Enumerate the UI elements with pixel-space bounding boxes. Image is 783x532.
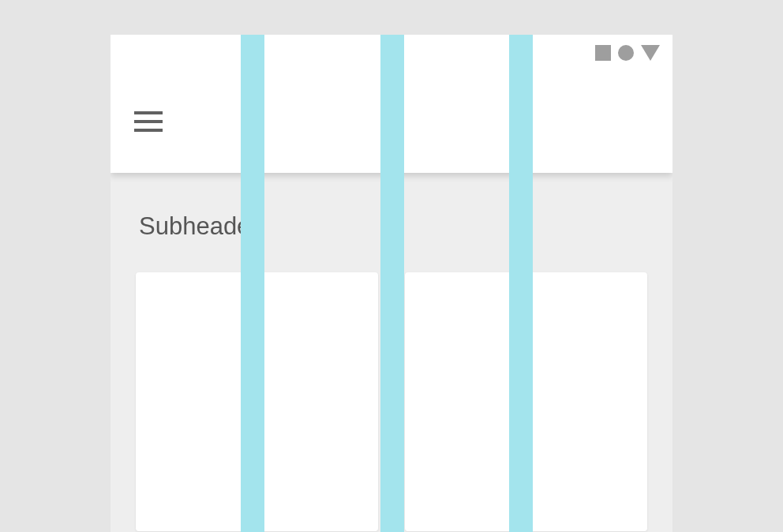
status-triangle-icon [641,45,660,61]
menu-icon[interactable] [134,111,163,132]
subheader: Subheader [136,212,647,241]
status-bar [111,35,672,70]
status-square-icon [595,45,611,61]
hamburger-line [134,129,163,132]
card-grid [136,272,647,531]
card[interactable] [136,272,378,531]
card[interactable] [405,272,647,531]
device-frame: Subheader [111,35,672,532]
hamburger-line [134,120,163,123]
content-area: Subheader [111,212,672,531]
hamburger-line [134,111,163,114]
status-circle-icon [618,45,634,61]
app-bar [111,70,672,173]
status-icons [595,45,660,61]
